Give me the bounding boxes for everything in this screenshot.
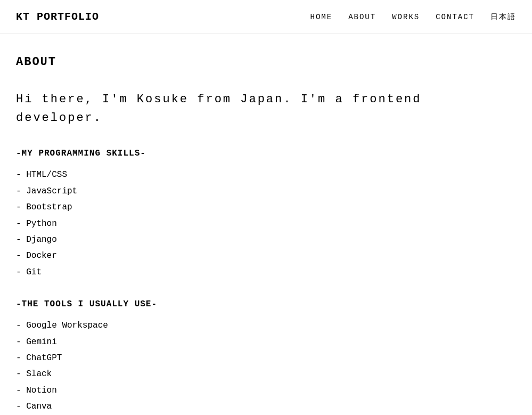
tools-list: - Google Workspace - Gemini - ChatGPT - … <box>16 318 516 414</box>
list-item: - Canva <box>16 398 516 414</box>
site-header: KT PORTFOLIO HOME ABOUT WORKS CONTACT 日本… <box>0 0 532 34</box>
list-item: - JavaScript <box>16 183 516 199</box>
intro-line1: Hi there, I'm Kosuke from Japan. I'm a f… <box>16 90 516 109</box>
nav-about[interactable]: ABOUT <box>348 13 376 21</box>
skills-heading: -MY PROGRAMMING SKILLS- <box>16 149 516 158</box>
tools-heading: -THE TOOLS I USUALLY USE- <box>16 299 516 309</box>
nav-japanese[interactable]: 日本語 <box>490 12 516 22</box>
main-content: ABOUT Hi there, I'm Kosuke from Japan. I… <box>0 34 532 415</box>
nav-contact[interactable]: CONTACT <box>436 13 474 21</box>
site-title: KT PORTFOLIO <box>16 11 99 23</box>
list-item: - ChatGPT <box>16 350 516 366</box>
skills-list: - HTML/CSS - JavaScript - Bootstrap - Py… <box>16 167 516 280</box>
list-item: - Git <box>16 264 516 280</box>
list-item: - Slack <box>16 366 516 382</box>
list-item: - Python <box>16 216 516 232</box>
intro-text: Hi there, I'm Kosuke from Japan. I'm a f… <box>16 90 516 127</box>
list-item: - Gemini <box>16 334 516 350</box>
main-nav: HOME ABOUT WORKS CONTACT 日本語 <box>310 12 516 22</box>
nav-home[interactable]: HOME <box>310 13 333 21</box>
nav-works[interactable]: WORKS <box>392 13 420 21</box>
list-item: - Docker <box>16 248 516 264</box>
page-title: ABOUT <box>16 55 516 69</box>
list-item: - Notion <box>16 383 516 398</box>
list-item: - Django <box>16 232 516 248</box>
list-item: - Bootstrap <box>16 199 516 215</box>
list-item: - Google Workspace <box>16 318 516 333</box>
intro-line2: developer. <box>16 109 516 127</box>
list-item: - HTML/CSS <box>16 167 516 183</box>
